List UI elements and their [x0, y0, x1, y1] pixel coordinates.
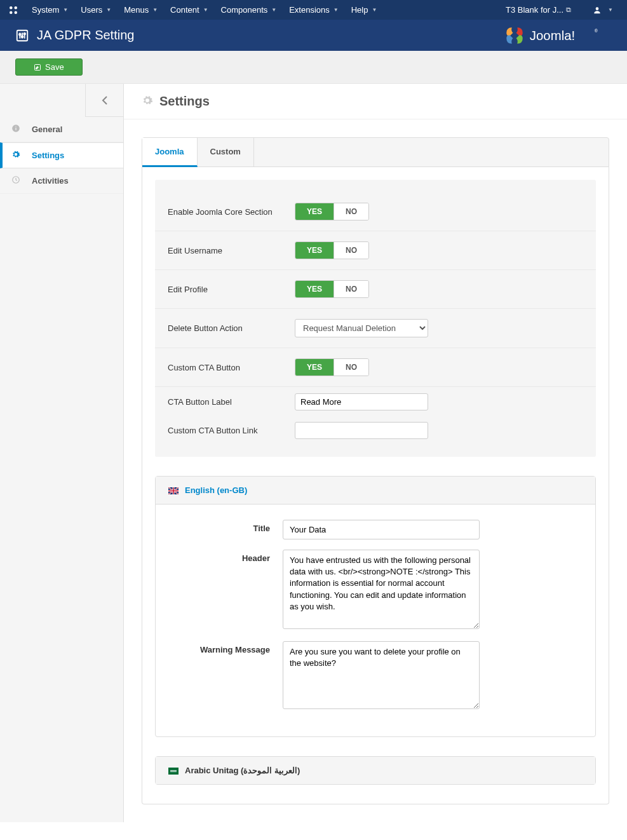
external-link-icon: ⧉: [566, 6, 571, 14]
gear-icon: [142, 95, 153, 108]
main-content: Settings Joomla Custom Enable Joomla Cor…: [124, 84, 627, 822]
caret-icon: ▼: [334, 7, 339, 13]
sidebar-label: Settings: [32, 151, 64, 160]
svg-point-11: [24, 32, 25, 34]
label-custom-cta: Custom CTA Button: [168, 363, 295, 372]
svg-text:Joomla!: Joomla!: [530, 28, 575, 42]
caret-icon: ▼: [203, 7, 208, 13]
menu-help[interactable]: Help▼: [345, 0, 384, 20]
label-delete-action: Delete Button Action: [168, 323, 295, 333]
main-heading: Settings: [159, 94, 210, 109]
language-header-en[interactable]: English (en-GB): [156, 477, 595, 505]
action-toolbar: Save: [0, 51, 627, 84]
textarea-lang-header[interactable]: [283, 550, 480, 629]
label-lang-header: Header: [166, 550, 283, 631]
settings-panel: Enable Joomla Core Section YES NO Edit U…: [142, 167, 609, 804]
clock-icon: [11, 175, 22, 186]
language-name: Arabic Unitag (العربية الموحدة): [185, 766, 300, 775]
svg-text:®: ®: [595, 28, 598, 32]
language-panel-ar: Arabic Unitag (العربية الموحدة): [155, 756, 596, 785]
language-panel-en: English (en-GB) Title Header Warning Mes…: [155, 476, 596, 737]
caret-icon: ▼: [372, 7, 377, 13]
gear-icon: [11, 150, 22, 161]
joomla-icon: [8, 4, 19, 16]
admin-topbar: System▼ Users▼ Menus▼ Content▼ Component…: [0, 0, 627, 20]
user-menu[interactable]: ▼: [586, 0, 619, 20]
caret-icon: ▼: [608, 7, 613, 13]
chevron-left-icon: [102, 96, 108, 105]
joomla-logo: Joomla! ®: [504, 24, 612, 47]
menu-content[interactable]: Content▼: [164, 0, 214, 20]
toggle-yes[interactable]: YES: [295, 359, 334, 376]
input-cta-link[interactable]: [295, 422, 428, 439]
toggle-no[interactable]: NO: [334, 203, 368, 220]
sidebar-label: Activities: [32, 176, 69, 186]
label-lang-title: Title: [166, 520, 283, 539]
save-button[interactable]: Save: [15, 58, 83, 76]
sidebar-collapse-button[interactable]: [85, 84, 123, 117]
svg-point-4: [596, 7, 599, 10]
svg-point-2: [10, 11, 13, 14]
toggle-no[interactable]: NO: [334, 281, 368, 297]
svg-rect-20: [168, 768, 179, 775]
input-cta-label[interactable]: [295, 393, 428, 410]
flag-ar-icon: [168, 767, 179, 774]
label-enable-core: Enable Joomla Core Section: [168, 207, 295, 217]
menu-menus[interactable]: Menus▼: [118, 0, 164, 20]
toggle-edit-username[interactable]: YES NO: [295, 241, 369, 259]
toggle-yes[interactable]: YES: [295, 242, 334, 259]
svg-point-9: [19, 33, 21, 35]
svg-rect-21: [170, 770, 177, 771]
menu-users[interactable]: Users▼: [74, 0, 118, 20]
label-cta-label: CTA Button Label: [168, 397, 295, 407]
svg-point-3: [15, 11, 18, 14]
label-cta-link: Custom CTA Button Link: [168, 426, 295, 435]
tab-custom[interactable]: Custom: [198, 138, 254, 166]
sidebar-item-general[interactable]: General: [0, 117, 123, 142]
svg-point-0: [10, 6, 13, 10]
tab-joomla[interactable]: Joomla: [142, 138, 198, 167]
sidebar-label: General: [32, 125, 62, 134]
user-icon: [593, 6, 602, 15]
top-menu: System▼ Users▼ Menus▼ Content▼ Component…: [25, 0, 499, 20]
menu-system[interactable]: System▼: [25, 0, 74, 20]
caret-icon: ▼: [152, 7, 158, 13]
toggle-no[interactable]: NO: [334, 242, 368, 259]
toggle-enable-core[interactable]: YES NO: [295, 203, 369, 220]
flag-gb-icon: [168, 487, 179, 494]
language-header-ar[interactable]: Arabic Unitag (العربية الموحدة): [156, 757, 595, 784]
toggle-yes[interactable]: YES: [295, 281, 334, 297]
page-header: JA GDPR Setting Joomla! ®: [0, 20, 627, 51]
site-frontend-link[interactable]: T3 Blank for J...⧉: [499, 0, 577, 20]
label-lang-warning: Warning Message: [166, 641, 283, 711]
select-delete-action[interactable]: Request Manual Deletion: [295, 319, 428, 337]
toggle-edit-profile[interactable]: YES NO: [295, 280, 369, 298]
toggle-no[interactable]: NO: [334, 359, 368, 376]
caret-icon: ▼: [271, 7, 276, 13]
sidebar-item-activities[interactable]: Activities: [0, 168, 123, 194]
language-name: English (en-GB): [185, 485, 247, 495]
svg-rect-16: [15, 128, 16, 130]
label-edit-username: Edit Username: [168, 246, 295, 255]
label-edit-profile: Edit Profile: [168, 285, 295, 294]
main-header: Settings: [124, 84, 627, 119]
page-title: JA GDPR Setting: [37, 28, 504, 43]
svg-point-17: [15, 126, 16, 126]
info-icon: [11, 124, 22, 135]
menu-components[interactable]: Components▼: [215, 0, 283, 20]
pencil-square-icon: [34, 64, 41, 71]
tab-bar: Joomla Custom: [142, 137, 609, 167]
sidebar: General Settings Activities: [0, 84, 124, 822]
toggle-custom-cta[interactable]: YES NO: [295, 358, 369, 376]
svg-point-1: [15, 6, 18, 10]
menu-extensions[interactable]: Extensions▼: [283, 0, 345, 20]
equalizer-icon: [15, 29, 29, 43]
textarea-lang-warning[interactable]: [283, 641, 480, 709]
toggle-yes[interactable]: YES: [295, 203, 334, 220]
input-lang-title[interactable]: [283, 520, 480, 539]
svg-rect-22: [170, 771, 177, 772]
sidebar-item-settings[interactable]: Settings: [0, 142, 123, 168]
caret-icon: ▼: [63, 7, 68, 13]
svg-point-10: [22, 36, 24, 37]
caret-icon: ▼: [106, 7, 111, 13]
